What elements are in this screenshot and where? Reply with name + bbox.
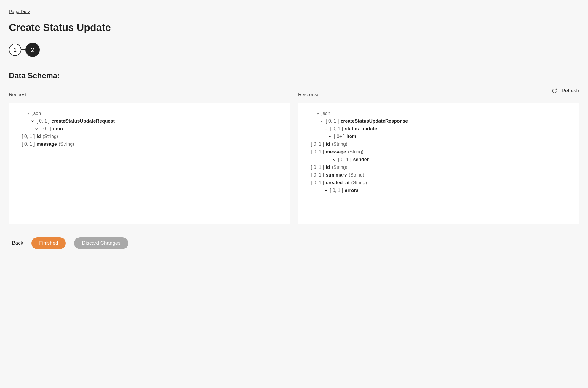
node-cardinality: [ 0, 1 ] [326, 118, 339, 124]
node-name: id [326, 165, 330, 170]
request-label: Request [9, 92, 290, 97]
tree-node-id[interactable]: [ 0, 1 ] id (String) [305, 140, 573, 148]
node-cardinality: [ 0, 1 ] [311, 142, 324, 147]
tree-node-id[interactable]: [ 0, 1 ] id (String) [16, 133, 284, 140]
footer: ‹ Back Finished Discard Changes [9, 237, 579, 249]
node-name: created_at [326, 180, 349, 185]
chevron-left-icon: ‹ [9, 241, 10, 246]
step-connector [21, 49, 25, 50]
node-name: sender [353, 157, 368, 162]
node-name: errors [345, 188, 358, 193]
chevron-down-icon [316, 112, 320, 115]
node-cardinality: [ 0, 1 ] [22, 134, 35, 139]
node-name: createStatusUpdateResponse [341, 118, 408, 124]
step-1[interactable]: 1 [9, 44, 21, 56]
stepper: 1 2 [9, 43, 579, 57]
back-link[interactable]: ‹ Back [9, 240, 23, 246]
node-cardinality: [ 0+ ] [334, 134, 345, 139]
breadcrumb-link[interactable]: PagerDuty [9, 9, 30, 14]
node-type: (String) [43, 134, 58, 139]
tree-node-status-update[interactable]: [ 0, 1 ] status_update [305, 125, 573, 133]
discard-changes-button[interactable]: Discard Changes [74, 237, 128, 249]
node-cardinality: [ 0, 1 ] [330, 188, 343, 193]
node-type: (String) [348, 149, 363, 155]
node-name: id [36, 134, 41, 139]
chevron-down-icon [332, 158, 336, 161]
section-title: Data Schema: [9, 71, 579, 80]
node-cardinality: [ 0+ ] [41, 126, 51, 132]
node-name: status_update [345, 126, 377, 132]
node-label: json [32, 111, 41, 116]
tree-node-sender[interactable]: [ 0, 1 ] sender [305, 156, 573, 163]
tree-node-response-root[interactable]: [ 0, 1 ] createStatusUpdateResponse [305, 117, 573, 125]
node-cardinality: [ 0, 1 ] [311, 149, 324, 155]
node-cardinality: [ 0, 1 ] [36, 118, 49, 124]
node-name: item [53, 126, 63, 132]
node-label: json [322, 111, 330, 116]
response-label: Response [298, 92, 579, 97]
tree-node-json[interactable]: json [16, 110, 284, 117]
chevron-down-icon [324, 127, 328, 131]
node-type: (String) [351, 180, 367, 185]
tree-node-item[interactable]: [ 0+ ] item [16, 125, 284, 133]
node-name: item [346, 134, 356, 139]
node-cardinality: [ 0, 1 ] [338, 157, 351, 162]
tree-node-sender-id[interactable]: [ 0, 1 ] id (String) [305, 163, 573, 171]
node-name: summary [326, 172, 347, 178]
tree-node-item[interactable]: [ 0+ ] item [305, 133, 573, 140]
node-type: (String) [332, 165, 347, 170]
chevron-down-icon [26, 112, 31, 115]
chevron-down-icon [320, 119, 324, 123]
node-type: (String) [332, 142, 347, 147]
tree-node-request-root[interactable]: [ 0, 1 ] createStatusUpdateRequest [16, 117, 284, 125]
step-2[interactable]: 2 [25, 43, 40, 57]
node-cardinality: [ 0, 1 ] [22, 142, 35, 147]
page-title: Create Status Update [9, 22, 579, 33]
request-panel: json [ 0, 1 ] createStatusUpdateRequest … [9, 103, 290, 224]
chevron-down-icon [324, 189, 328, 192]
chevron-down-icon [35, 127, 39, 131]
response-panel: json [ 0, 1 ] createStatusUpdateResponse… [298, 103, 579, 224]
response-column: Response json [ 0, 1 ] createStatusUpdat… [298, 94, 579, 224]
node-type: (String) [59, 142, 74, 147]
node-name: createStatusUpdateRequest [51, 118, 114, 124]
node-name: message [36, 142, 57, 147]
tree-node-errors[interactable]: [ 0, 1 ] errors [305, 187, 573, 194]
tree-node-sender-summary[interactable]: [ 0, 1 ] summary (String) [305, 171, 573, 179]
node-cardinality: [ 0, 1 ] [311, 165, 324, 170]
back-label: Back [12, 240, 23, 246]
tree-node-created-at[interactable]: [ 0, 1 ] created_at (String) [305, 179, 573, 187]
finished-button[interactable]: Finished [31, 237, 66, 249]
node-cardinality: [ 0, 1 ] [330, 126, 343, 132]
node-name: id [326, 142, 330, 147]
node-name: message [326, 149, 346, 155]
tree-node-message[interactable]: [ 0, 1 ] message (String) [16, 140, 284, 148]
node-cardinality: [ 0, 1 ] [311, 172, 324, 178]
node-cardinality: [ 0, 1 ] [311, 180, 324, 185]
chevron-down-icon [328, 135, 332, 138]
tree-node-message[interactable]: [ 0, 1 ] message (String) [305, 148, 573, 156]
request-column: Request json [ 0, 1 ] createStatusUpdate… [9, 94, 290, 224]
chevron-down-icon [31, 119, 35, 123]
node-type: (String) [349, 172, 364, 178]
tree-node-json[interactable]: json [305, 110, 573, 117]
